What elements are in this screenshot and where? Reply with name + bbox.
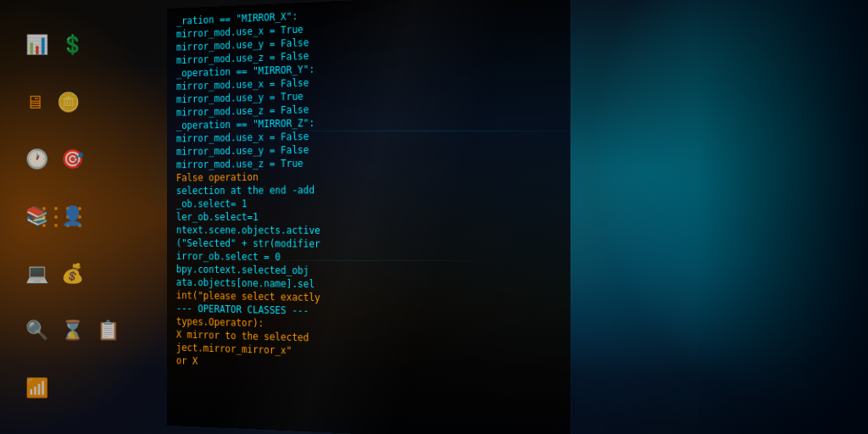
monitor-icon: 🖥 — [25, 92, 44, 114]
code-panel: _ration == "MIRROR_X": mirror_mod.use_x … — [167, 0, 570, 434]
icon-row-2: 🖥 🪙 — [25, 92, 144, 114]
main-scene: 📊 💲 🖥 🪙 🕐 🎯 📚 👤 💻 💰 🔍 ⌛ 📋 — [0, 0, 868, 434]
clipboard-icon: 📋 — [97, 320, 120, 342]
icon-row-5: 💻 💰 — [25, 263, 144, 286]
code-line-13: selection at the end -add — [176, 181, 559, 198]
icon-row-7: 📶 — [25, 377, 144, 400]
icons-panel: 📊 💲 🖥 🪙 🕐 🎯 📚 👤 💻 💰 🔍 ⌛ 📋 — [17, 0, 153, 434]
icon-row-1: 📊 💲 — [25, 34, 144, 57]
hourglass-icon: ⌛ — [61, 320, 84, 342]
code-line-15: ler_ob.select=1 — [176, 210, 559, 225]
money-icon: 💰 — [61, 263, 84, 286]
coin-icon: 🪙 — [57, 92, 80, 114]
code-content: _ration == "MIRROR_X": mirror_mod.use_x … — [167, 0, 570, 434]
signal-icon: 📶 — [25, 377, 48, 400]
clock-icon: 🕐 — [25, 148, 48, 171]
code-line-14: _ob.select= 1 — [176, 196, 559, 210]
icon-row-6: 🔍 ⌛ 📋 — [25, 320, 144, 342]
icon-row-4: 📚 👤 — [25, 205, 144, 228]
stack-icon: 📚 — [25, 205, 48, 228]
search-icon: 🔍 — [25, 320, 48, 342]
target-icon: 🎯 — [61, 148, 84, 171]
screen-icon: 💻 — [25, 263, 48, 286]
icon-row-3: 🕐 🎯 — [25, 148, 144, 171]
chart-icon: 📊 — [25, 34, 48, 57]
depth-overlay — [698, 0, 868, 434]
person-icon: 👤 — [61, 205, 84, 228]
dollar-sign-icon: 💲 — [61, 34, 84, 57]
